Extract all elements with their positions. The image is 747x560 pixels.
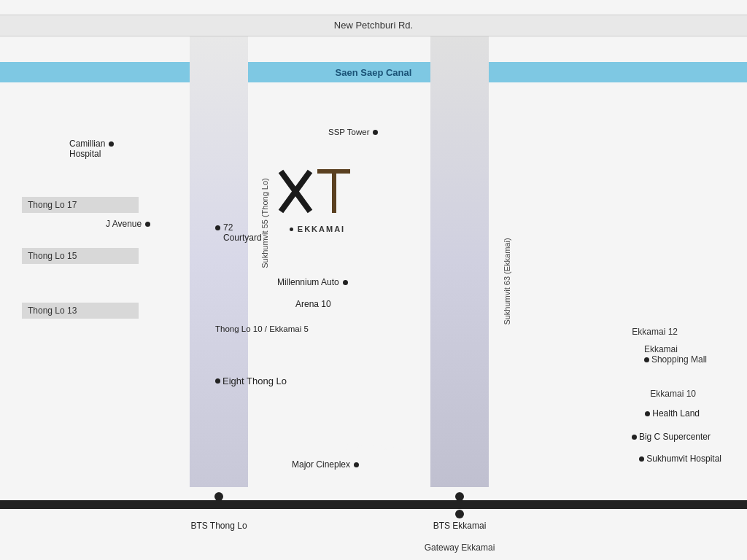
sukhumvit-road: Sukhumvit Rd.: [0, 500, 747, 509]
bts-ekkamai-label: BTS Ekkamai: [416, 521, 503, 531]
millennium-auto-label: Millennium Auto: [277, 277, 350, 287]
map-container: New Petchburi Rd. Saen Saep Canal Sukhum…: [0, 0, 747, 560]
j-avenue-label: J Avenue: [106, 219, 152, 229]
arena-10-label: Arena 10: [295, 299, 331, 309]
xt-sub-text: EKKAMAI: [290, 225, 345, 233]
thong-lo-13-label: Thong Lo 13: [28, 306, 77, 316]
canal: Saen Saep Canal: [0, 62, 747, 82]
ssp-tower-text: SSP Tower: [328, 128, 369, 136]
thong-lo-17-label: Thong Lo 17: [28, 200, 77, 210]
sukhumvit-hospital-label: Sukhumvit Hospital: [639, 454, 721, 464]
thong-lo-15-panel: Thong Lo 15: [22, 248, 139, 264]
ekkamai-10-label: Ekkamai 10: [650, 389, 696, 399]
gateway-ekkamai-marker: [455, 510, 464, 518]
new-petchburi-label: New Petchburi Rd.: [0, 20, 747, 31]
canal-label: Saen Saep Canal: [336, 67, 412, 78]
thong-lo-17-panel: Thong Lo 17: [22, 197, 139, 213]
thong-lo-ekkamai5-label: Thong Lo 10 / Ekkamai 5: [215, 324, 309, 333]
thong-lo-road: [190, 36, 248, 487]
ekkamai-road: [430, 36, 489, 487]
thong-lo-road-label: Sukhumvit 55 (Thong Lo): [260, 150, 269, 296]
ssp-tower-label: SSP Tower: [328, 128, 378, 136]
xt-logo: EKKAMAI: [277, 168, 357, 233]
gateway-ekkamai-label: Gateway Ekkamai: [416, 542, 503, 553]
ekkamai-road-label: Sukhumvit 63 (Ekkamai): [503, 209, 511, 354]
ekkamai-12-label: Ekkamai 12: [632, 327, 678, 337]
big-c-label: Big C Supercenter: [632, 432, 711, 442]
major-cineplex-label: Major Cineplex: [292, 459, 361, 470]
health-land-label: Health Land: [645, 408, 700, 419]
eight-thong-lo-label: Eight Thong Lo: [215, 376, 287, 386]
thong-lo-13-panel: Thong Lo 13: [22, 303, 139, 319]
ekkamai-shopping-mall-label: Ekkamai Shopping Mall: [644, 344, 707, 365]
thong-lo-15-label: Thong Lo 15: [28, 251, 77, 261]
xt-logo-text: [277, 168, 357, 225]
sukhumvit-label: Sukhumvit Rd.: [0, 442, 747, 452]
bts-ekkamai-marker: [455, 492, 464, 501]
bts-thong-lo-label: BTS Thong Lo: [175, 521, 263, 531]
courtyard-label: 72 Courtyard: [215, 222, 262, 243]
bts-thong-lo-marker: [214, 492, 223, 501]
camillian-hospital-label: Camillian Hospital: [69, 139, 116, 159]
